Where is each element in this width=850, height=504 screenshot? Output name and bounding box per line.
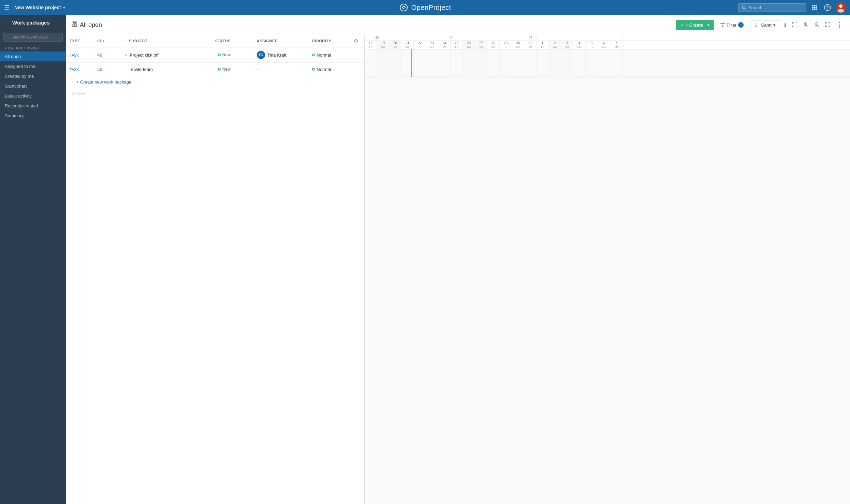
sidebar-search-box[interactable] <box>3 33 63 42</box>
gantt-body-cell <box>512 63 524 77</box>
cell-subject: ▾ Project kick off <box>122 47 212 63</box>
default-views-toggle-icon: ▾ <box>5 46 7 50</box>
gantt-body-cell <box>365 63 377 77</box>
col-id[interactable]: ID ↑ <box>94 35 121 47</box>
gantt-body-cell <box>377 63 389 77</box>
create-new-work-package-link[interactable]: + + Create new work package <box>66 76 364 88</box>
gantt-body-cell <box>414 49 426 63</box>
table-row: TASK 49 ▾ Project kick off New TK Tina K… <box>66 47 364 63</box>
page-title: All open <box>80 21 102 29</box>
gantt-day-cell: 19Sa <box>377 41 389 49</box>
gantt-body-cell <box>401 63 414 77</box>
global-search-input[interactable] <box>748 5 796 10</box>
global-search[interactable] <box>738 3 806 12</box>
gantt-bottom-row: 18Fr19Sa20Su21Mo22Tu23We24Th25Fr26Sa27Su… <box>365 41 850 49</box>
svg-line-2 <box>745 8 746 9</box>
sidebar-item-all-open[interactable]: All open <box>0 51 66 61</box>
gantt-body-cell <box>610 63 622 77</box>
gantt-body-cell <box>561 63 573 77</box>
gantt-body-cell <box>426 63 438 77</box>
subject-text: Invite team <box>131 67 153 72</box>
gantt-body-cell <box>463 49 475 63</box>
gantt-day-cell: 2Sa <box>549 41 561 49</box>
col-subject: ↕ SUBJECT <box>122 35 212 47</box>
svg-line-18 <box>9 38 10 39</box>
svg-rect-25 <box>755 26 757 26</box>
cell-id: 49 <box>94 47 121 63</box>
status-dot <box>218 68 221 71</box>
sidebar-search-input[interactable] <box>12 35 60 40</box>
fullscreen-button[interactable] <box>823 20 832 30</box>
content-area: TYPE ID ↑ ↕ SUBJECT STATUS ASSIGNEE PRIO… <box>66 35 850 504</box>
gantt-view-button[interactable]: Gantt ▾ <box>750 20 780 30</box>
default-views-label[interactable]: ▾ DEFAULT VIEWS <box>0 44 66 51</box>
more-options-button[interactable]: ⋮ <box>834 19 845 31</box>
create-label: + Create <box>686 23 703 28</box>
hamburger-menu[interactable]: ☰ <box>4 4 10 11</box>
sidebar: ← Work packages ▾ DEFAULT VIEWS All open… <box>0 15 66 504</box>
save-view-icon[interactable] <box>72 21 77 29</box>
gantt-body-cell <box>475 49 487 63</box>
assignee-empty: - <box>257 67 258 72</box>
svg-rect-20 <box>73 22 76 24</box>
gantt-body-cell <box>487 63 500 77</box>
gantt-day-cell: 1Fr <box>537 41 549 49</box>
gantt-week-label: 42 <box>365 35 389 40</box>
task-id-link[interactable]: 49 <box>97 53 102 58</box>
gantt-body-cell <box>500 63 512 77</box>
filter-label: Filter <box>727 23 736 28</box>
sidebar-item-recently-created[interactable]: Recently created <box>0 101 66 111</box>
work-packages-table: TYPE ID ↑ ↕ SUBJECT STATUS ASSIGNEE PRIO… <box>66 35 364 76</box>
gantt-body-cell <box>598 49 610 63</box>
project-chevron-icon: ▾ <box>63 5 65 10</box>
cell-assignee: TK Tina Kraft <box>253 47 309 63</box>
user-avatar[interactable] <box>836 2 846 13</box>
gantt-body-cell <box>475 63 487 77</box>
assignee-cell: TK Tina Kraft <box>257 51 306 59</box>
expand-icon[interactable]: ▾ <box>125 53 127 57</box>
filter-count-badge: 1 <box>738 22 744 28</box>
subject-text: Project kick off <box>130 53 158 58</box>
col-priority: PRIORITY <box>309 35 350 47</box>
priority-dot <box>312 68 315 71</box>
create-button[interactable]: + + Create ▾ <box>676 20 714 30</box>
sidebar-item-summary[interactable]: Summary <box>0 111 66 121</box>
sidebar-section-title: Work packages <box>12 20 50 26</box>
gantt-day-cell: 18Fr <box>365 41 377 49</box>
sidebar-item-latest-activity[interactable]: Latest activity <box>0 91 66 101</box>
sidebar-back-icon[interactable]: ← <box>5 20 10 26</box>
task-type-link[interactable]: TASK <box>70 53 79 57</box>
priority-cell: Normal <box>312 53 347 58</box>
gantt-day-cell: 21Mo <box>401 41 414 49</box>
table-body: TASK 49 ▾ Project kick off New TK Tina K… <box>66 47 364 76</box>
apps-grid-icon[interactable] <box>810 3 819 12</box>
gantt-week-label: 44 <box>524 35 537 40</box>
gantt-body-cell <box>573 49 586 63</box>
filter-button[interactable]: Filter 1 <box>716 20 748 30</box>
gantt-weeks: 42434418Fr19Sa20Su21Mo22Tu23We24Th25Fr26… <box>365 35 850 49</box>
expand-button[interactable]: ⛶ <box>790 20 800 30</box>
zoom-out-button[interactable] <box>812 20 821 30</box>
cell-actions <box>350 63 364 76</box>
gantt-day-cell: 29Tu <box>500 41 512 49</box>
svg-line-27 <box>807 25 808 26</box>
project-selector[interactable]: New Website project ▾ <box>14 5 65 10</box>
create-new-icon: + <box>72 79 74 85</box>
column-settings-icon[interactable]: ⚙ <box>354 38 358 44</box>
sidebar-item-assigned-to-me[interactable]: Assigned to me <box>0 61 66 71</box>
gantt-body-cell <box>438 63 451 77</box>
sidebar-item-gantt-chart[interactable]: Gantt chart <box>0 81 66 91</box>
col-settings: ⚙ <box>350 35 364 47</box>
help-icon[interactable]: ? <box>823 3 832 12</box>
sidebar-item-created-by-me[interactable]: Created by me <box>0 71 66 81</box>
main-content: All open + + Create ▾ Filter 1 <box>66 15 850 504</box>
gantt-top-row: 424344 <box>365 35 850 41</box>
cell-status: New <box>212 47 253 63</box>
zoom-in-button[interactable] <box>802 20 810 30</box>
gantt-day-cell: 20Su <box>389 41 401 49</box>
info-button[interactable]: ℹ <box>782 20 788 30</box>
task-id-link[interactable]: 50 <box>97 67 102 72</box>
gantt-body-cell <box>487 49 500 63</box>
task-type-link[interactable]: TASK <box>70 68 79 72</box>
gantt-today-line <box>411 49 412 77</box>
